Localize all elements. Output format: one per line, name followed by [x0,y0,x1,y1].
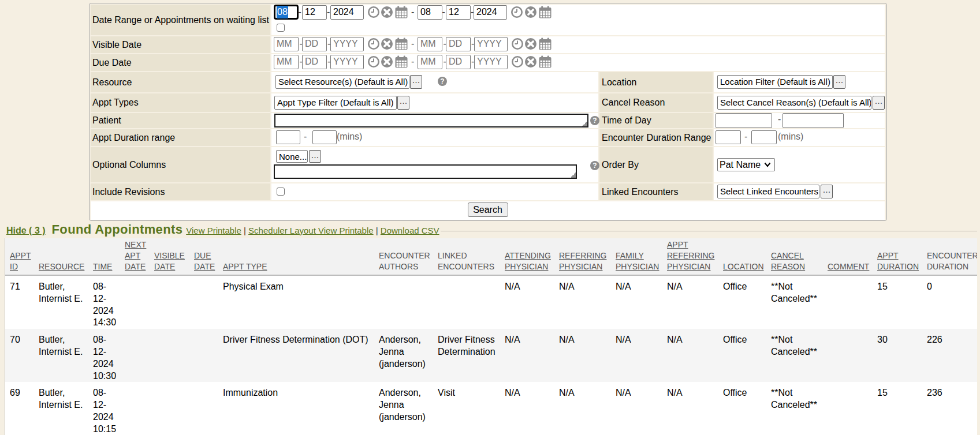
svg-text:?: ? [593,162,597,170]
svg-text:?: ? [593,117,597,125]
svg-text:?: ? [440,77,444,85]
